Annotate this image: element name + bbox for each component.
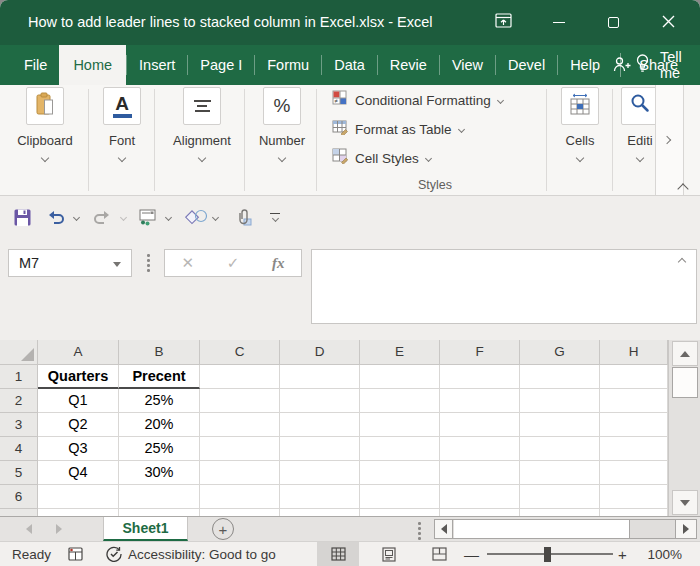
row-header-2[interactable]: 2 — [0, 389, 38, 413]
row-header-6[interactable]: 6 — [0, 485, 38, 509]
horizontal-scrollbar-thumb[interactable] — [454, 520, 630, 538]
format-as-table-button[interactable]: Format as Table — [332, 119, 464, 139]
close-button[interactable] — [641, 0, 696, 45]
cell-C6[interactable] — [200, 485, 280, 509]
col-header-C[interactable]: C — [200, 340, 280, 365]
cell-A2[interactable]: Q1 — [38, 389, 119, 413]
cell-F6[interactable] — [440, 485, 520, 509]
cell-F3[interactable] — [440, 413, 520, 437]
cell-E1[interactable] — [360, 365, 440, 389]
cell-D2[interactable] — [280, 389, 360, 413]
formula-bar-collapse-button[interactable] — [674, 254, 690, 266]
zoom-in-button[interactable]: + — [618, 542, 627, 566]
customize-quick-access-button[interactable] — [270, 196, 280, 238]
share-button[interactable]: Share — [613, 45, 678, 85]
cell-E4[interactable] — [360, 437, 440, 461]
maximize-button[interactable] — [586, 0, 641, 45]
cell-G2[interactable] — [520, 389, 600, 413]
cell-A6[interactable] — [38, 485, 119, 509]
shapes-button[interactable] — [185, 196, 208, 238]
cell-D7[interactable] — [280, 509, 360, 516]
cell-D6[interactable] — [280, 485, 360, 509]
tab-formu[interactable]: Formu — [255, 45, 321, 85]
cell-G3[interactable] — [520, 413, 600, 437]
row-header-1[interactable]: 1 — [0, 365, 38, 389]
vertical-scrollbar-thumb[interactable] — [672, 367, 698, 398]
cell-D4[interactable] — [280, 437, 360, 461]
cell-styles-button[interactable]: Cell Styles — [332, 148, 431, 168]
cell-C7[interactable] — [200, 509, 280, 516]
cell-E7[interactable] — [360, 509, 440, 516]
shapes-dropdown[interactable] — [213, 196, 218, 238]
cell-D5[interactable] — [280, 461, 360, 485]
cell-B1[interactable]: Precent — [119, 365, 200, 389]
scroll-down-button[interactable] — [672, 490, 698, 515]
clipboard-group-button[interactable]: Clipboard — [8, 87, 82, 161]
page-layout-view-button[interactable] — [368, 542, 410, 566]
cell-B5[interactable]: 30% — [119, 461, 200, 485]
cell-C4[interactable] — [200, 437, 280, 461]
cell-H3[interactable] — [600, 413, 668, 437]
cell-C5[interactable] — [200, 461, 280, 485]
cell-H7[interactable] — [600, 509, 668, 516]
cell-H4[interactable] — [600, 437, 668, 461]
tab-insert[interactable]: Insert — [127, 45, 187, 85]
name-box-dropdown-icon[interactable] — [113, 262, 121, 267]
font-group-button[interactable]: A Font — [96, 87, 148, 161]
tab-help[interactable]: Help — [558, 45, 612, 85]
cancel-icon[interactable]: ✕ — [181, 254, 194, 272]
formula-bar-drag-handle[interactable] — [147, 254, 150, 272]
cell-B2[interactable]: 25% — [119, 389, 200, 413]
tab-data[interactable]: Data — [322, 45, 377, 85]
cell-C3[interactable] — [200, 413, 280, 437]
cell-E3[interactable] — [360, 413, 440, 437]
cell-E5[interactable] — [360, 461, 440, 485]
name-box[interactable]: M7 — [8, 249, 132, 277]
undo-button[interactable] — [47, 196, 66, 238]
cell-H5[interactable] — [600, 461, 668, 485]
redo-dropdown[interactable] — [121, 196, 126, 238]
vertical-scrollbar[interactable] — [668, 340, 700, 516]
scroll-left-button[interactable] — [435, 520, 453, 538]
tab-file[interactable]: File — [12, 45, 59, 85]
select-all-button[interactable] — [0, 340, 38, 365]
cell-C2[interactable] — [200, 389, 280, 413]
col-header-F[interactable]: F — [440, 340, 520, 365]
formula-input[interactable] — [311, 249, 697, 324]
cells-group-button[interactable]: Cells — [552, 87, 608, 161]
alignment-group-button[interactable]: Alignment — [160, 87, 244, 161]
page-break-preview-button[interactable] — [418, 542, 460, 566]
tab-devel[interactable]: Devel — [496, 45, 557, 85]
cell-F5[interactable] — [440, 461, 520, 485]
cell-D1[interactable] — [280, 365, 360, 389]
scroll-right-button[interactable] — [675, 520, 696, 538]
cell-G7[interactable] — [520, 509, 600, 516]
cell-A1[interactable]: Quarters — [38, 365, 119, 389]
number-group-button[interactable]: % Number — [250, 87, 314, 161]
cell-A3[interactable]: Q2 — [38, 413, 119, 437]
zoom-slider-thumb[interactable] — [544, 547, 551, 562]
col-header-G[interactable]: G — [520, 340, 600, 365]
cell-E2[interactable] — [360, 389, 440, 413]
cell-D3[interactable] — [280, 413, 360, 437]
zoom-level[interactable]: 100% — [647, 542, 682, 566]
cell-F1[interactable] — [440, 365, 520, 389]
collapse-ribbon-button[interactable] — [672, 179, 694, 194]
insert-function-icon[interactable]: fx — [272, 255, 285, 272]
cell-F7[interactable] — [440, 509, 520, 516]
row-header-3[interactable]: 3 — [0, 413, 38, 437]
col-header-A[interactable]: A — [38, 340, 119, 365]
cell-B3[interactable]: 20% — [119, 413, 200, 437]
row-header-partial[interactable] — [0, 509, 38, 516]
horizontal-scrollbar[interactable] — [434, 519, 697, 539]
cell-H6[interactable] — [600, 485, 668, 509]
cell-G6[interactable] — [520, 485, 600, 509]
cell-A7[interactable] — [38, 509, 119, 516]
cell-C1[interactable] — [200, 365, 280, 389]
col-header-D[interactable]: D — [280, 340, 360, 365]
col-header-B[interactable]: B — [119, 340, 200, 365]
row-header-4[interactable]: 4 — [0, 437, 38, 461]
enter-icon[interactable]: ✓ — [227, 254, 240, 272]
cell-F4[interactable] — [440, 437, 520, 461]
redo-button[interactable] — [92, 196, 111, 238]
